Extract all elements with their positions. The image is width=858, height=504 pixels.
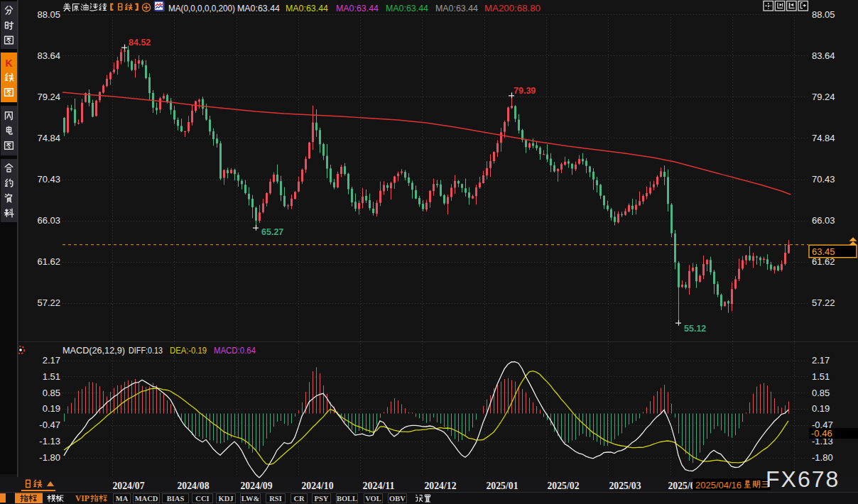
svg-text:MA0:63.44: MA0:63.44 bbox=[336, 3, 379, 13]
svg-text:-0.46: -0.46 bbox=[811, 428, 832, 439]
svg-text:55.12: 55.12 bbox=[684, 324, 706, 334]
svg-text:65.27: 65.27 bbox=[261, 227, 283, 237]
svg-text:DIFF:0.13: DIFF:0.13 bbox=[129, 345, 163, 356]
svg-text:63.45: 63.45 bbox=[812, 246, 835, 257]
svg-text:1.51: 1.51 bbox=[43, 371, 60, 382]
svg-text:0.19: 0.19 bbox=[43, 403, 60, 414]
svg-text:79.24: 79.24 bbox=[37, 92, 60, 102]
svg-text:83.64: 83.64 bbox=[812, 50, 835, 61]
svg-text:79.24: 79.24 bbox=[812, 92, 835, 102]
svg-text:-1.13: -1.13 bbox=[39, 436, 60, 447]
svg-text:66.03: 66.03 bbox=[37, 215, 60, 226]
svg-text:2025/04/16: 2025/04/16 bbox=[695, 480, 742, 491]
svg-text:0.85: 0.85 bbox=[812, 388, 830, 398]
svg-text:FX678: FX678 bbox=[766, 466, 840, 492]
svg-text:VIP: VIP bbox=[75, 494, 89, 503]
svg-text:74.84: 74.84 bbox=[812, 133, 835, 143]
svg-text:0.19: 0.19 bbox=[812, 403, 830, 414]
svg-text:61.62: 61.62 bbox=[37, 256, 60, 267]
svg-text:MACD(26,12,9): MACD(26,12,9) bbox=[63, 345, 125, 356]
svg-text:66.03: 66.03 bbox=[812, 215, 835, 226]
svg-text:CR: CR bbox=[293, 495, 305, 503]
svg-text:LW&: LW& bbox=[241, 495, 260, 503]
svg-text:-1.80: -1.80 bbox=[812, 452, 833, 463]
svg-text:-0.47: -0.47 bbox=[39, 420, 60, 430]
svg-text:61.62: 61.62 bbox=[812, 256, 835, 267]
svg-text:2025/01: 2025/01 bbox=[487, 479, 518, 491]
svg-text:84.52: 84.52 bbox=[129, 38, 151, 48]
svg-text:MACD: MACD bbox=[135, 495, 158, 503]
svg-text:DEA:-0.19: DEA:-0.19 bbox=[170, 345, 207, 356]
svg-text:79.39: 79.39 bbox=[514, 86, 536, 96]
svg-text:57.22: 57.22 bbox=[812, 297, 835, 308]
svg-text:88.05: 88.05 bbox=[37, 9, 60, 20]
svg-text:70.43: 70.43 bbox=[812, 174, 835, 185]
svg-text:70.43: 70.43 bbox=[37, 174, 60, 185]
svg-text:-1.80: -1.80 bbox=[39, 452, 60, 463]
svg-text:MA: MA bbox=[116, 495, 129, 503]
svg-text:K: K bbox=[5, 57, 12, 69]
svg-text:57.22: 57.22 bbox=[37, 297, 60, 308]
svg-text:88.05: 88.05 bbox=[812, 9, 835, 20]
svg-text:2.17: 2.17 bbox=[812, 355, 830, 366]
svg-text:83.64: 83.64 bbox=[37, 50, 60, 61]
svg-text:MA200:68.80: MA200:68.80 bbox=[484, 3, 541, 13]
svg-text:MACD:0.64: MACD:0.64 bbox=[214, 345, 256, 356]
svg-text:0.85: 0.85 bbox=[43, 388, 60, 398]
svg-text:OBV: OBV bbox=[389, 495, 406, 503]
svg-text:1.51: 1.51 bbox=[812, 371, 830, 382]
svg-text:2025/02: 2025/02 bbox=[548, 479, 580, 491]
svg-text:CCI: CCI bbox=[195, 495, 209, 503]
svg-text:KDJ: KDJ bbox=[219, 495, 234, 503]
svg-text:2024/08: 2024/08 bbox=[178, 479, 210, 491]
svg-text:MA0:63.44: MA0:63.44 bbox=[237, 3, 280, 13]
svg-text:2024/10: 2024/10 bbox=[302, 479, 334, 491]
svg-text:MA(0,0,0,0,0,200): MA(0,0,0,0,0,200) bbox=[168, 3, 235, 13]
svg-text:VOL: VOL bbox=[365, 495, 381, 503]
svg-text:RSI: RSI bbox=[269, 495, 282, 503]
svg-text:2024/12: 2024/12 bbox=[425, 479, 457, 491]
svg-text:2025/03: 2025/03 bbox=[609, 479, 641, 491]
svg-text:PSY: PSY bbox=[315, 495, 329, 503]
svg-text:MA0:63.44: MA0:63.44 bbox=[286, 3, 328, 13]
svg-text:BIAS: BIAS bbox=[167, 495, 185, 503]
svg-text:2024/09: 2024/09 bbox=[241, 479, 273, 491]
svg-text:MA0:63.44: MA0:63.44 bbox=[435, 3, 478, 13]
svg-text:BOLL: BOLL bbox=[337, 495, 357, 503]
svg-text:2024/07: 2024/07 bbox=[113, 479, 145, 491]
svg-text:74.84: 74.84 bbox=[37, 133, 60, 143]
svg-text:MA0:63.44: MA0:63.44 bbox=[386, 3, 428, 13]
svg-text:2.17: 2.17 bbox=[43, 355, 60, 366]
svg-text:2024/11: 2024/11 bbox=[363, 479, 395, 491]
